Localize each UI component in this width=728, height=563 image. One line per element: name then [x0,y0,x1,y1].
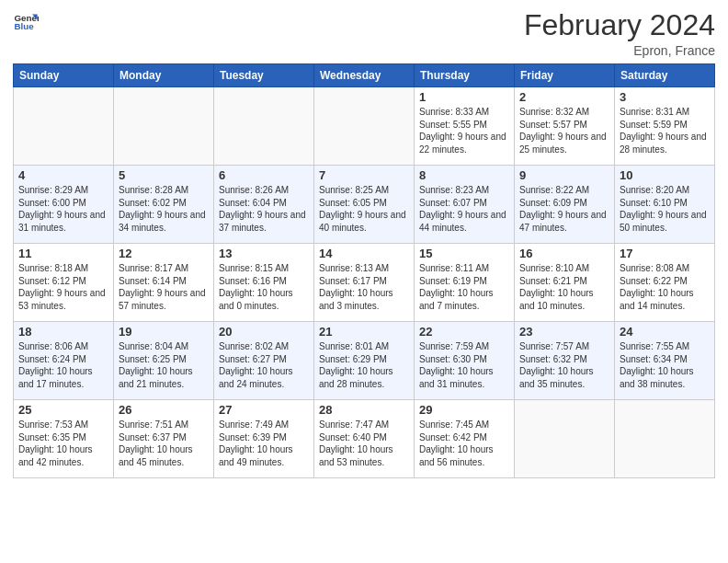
day-number: 18 [18,325,108,339]
day-info: Sunrise: 8:11 AM Sunset: 6:19 PM Dayligh… [419,262,509,312]
day-info: Sunrise: 7:57 AM Sunset: 6:32 PM Dayligh… [519,340,609,390]
day-info: Sunrise: 8:02 AM Sunset: 6:27 PM Dayligh… [219,340,309,390]
day-info: Sunrise: 8:23 AM Sunset: 6:07 PM Dayligh… [419,184,509,234]
day-header-friday: Friday [515,64,615,87]
day-info: Sunrise: 8:31 AM Sunset: 5:59 PM Dayligh… [620,106,710,155]
day-number: 8 [419,168,509,182]
day-info: Sunrise: 8:06 AM Sunset: 6:24 PM Dayligh… [18,340,108,390]
calendar-day-cell: 11Sunrise: 8:18 AM Sunset: 6:12 PM Dayli… [14,244,114,322]
day-number: 9 [519,168,609,182]
calendar-day-cell [114,87,214,166]
day-number: 24 [620,325,710,339]
day-header-thursday: Thursday [415,64,515,87]
day-number: 20 [219,325,309,339]
day-number: 2 [519,90,609,104]
calendar-week-row: 25Sunrise: 7:53 AM Sunset: 6:35 PM Dayli… [14,400,715,478]
calendar-day-cell: 18Sunrise: 8:06 AM Sunset: 6:24 PM Dayli… [14,322,114,400]
calendar-day-cell: 4Sunrise: 8:29 AM Sunset: 6:00 PM Daylig… [14,166,114,244]
calendar-day-cell: 16Sunrise: 8:10 AM Sunset: 6:21 PM Dayli… [515,244,615,322]
calendar-table: SundayMondayTuesdayWednesdayThursdayFrid… [13,63,715,478]
day-number: 15 [419,247,509,260]
calendar-day-cell: 6Sunrise: 8:26 AM Sunset: 6:04 PM Daylig… [214,166,314,244]
calendar-week-row: 4Sunrise: 8:29 AM Sunset: 6:00 PM Daylig… [14,166,715,244]
day-header-saturday: Saturday [615,64,715,87]
calendar-week-row: 11Sunrise: 8:18 AM Sunset: 6:12 PM Dayli… [14,244,715,322]
logo-icon: General Blue [13,9,39,35]
calendar-day-cell: 22Sunrise: 7:59 AM Sunset: 6:30 PM Dayli… [415,322,515,400]
calendar-day-cell: 25Sunrise: 7:53 AM Sunset: 6:35 PM Dayli… [14,400,114,478]
calendar-day-cell: 1Sunrise: 8:33 AM Sunset: 5:55 PM Daylig… [415,87,515,166]
calendar-day-cell: 29Sunrise: 7:45 AM Sunset: 6:42 PM Dayli… [415,400,515,478]
calendar-day-cell: 12Sunrise: 8:17 AM Sunset: 6:14 PM Dayli… [114,244,214,322]
day-info: Sunrise: 7:51 AM Sunset: 6:37 PM Dayligh… [119,419,209,468]
day-info: Sunrise: 8:18 AM Sunset: 6:12 PM Dayligh… [18,262,108,312]
day-info: Sunrise: 8:28 AM Sunset: 6:02 PM Dayligh… [119,184,209,234]
day-header-sunday: Sunday [14,64,114,87]
logo: General Blue [13,9,39,35]
day-info: Sunrise: 8:20 AM Sunset: 6:10 PM Dayligh… [620,184,710,234]
calendar-day-cell [14,87,114,166]
day-number: 4 [18,168,108,182]
calendar-page: General Blue February 2024 Epron, France… [0,0,728,563]
calendar-day-cell: 7Sunrise: 8:25 AM Sunset: 6:05 PM Daylig… [314,166,415,244]
calendar-day-cell: 3Sunrise: 8:31 AM Sunset: 5:59 PM Daylig… [615,87,715,166]
title-block: February 2024 Epron, France [524,9,715,58]
main-title: February 2024 [524,9,715,41]
day-number: 11 [18,247,108,260]
calendar-day-cell: 23Sunrise: 7:57 AM Sunset: 6:32 PM Dayli… [515,322,615,400]
calendar-day-cell [214,87,314,166]
day-number: 29 [419,403,509,417]
calendar-day-cell: 2Sunrise: 8:32 AM Sunset: 5:57 PM Daylig… [515,87,615,166]
calendar-week-row: 18Sunrise: 8:06 AM Sunset: 6:24 PM Dayli… [14,322,715,400]
calendar-day-cell: 10Sunrise: 8:20 AM Sunset: 6:10 PM Dayli… [615,166,715,244]
day-info: Sunrise: 8:17 AM Sunset: 6:14 PM Dayligh… [119,262,209,312]
calendar-day-cell: 27Sunrise: 7:49 AM Sunset: 6:39 PM Dayli… [214,400,314,478]
calendar-header-row: SundayMondayTuesdayWednesdayThursdayFrid… [14,64,715,87]
day-number: 27 [219,403,309,417]
day-info: Sunrise: 7:55 AM Sunset: 6:34 PM Dayligh… [620,340,710,390]
day-number: 21 [319,325,409,339]
calendar-day-cell: 17Sunrise: 8:08 AM Sunset: 6:22 PM Dayli… [615,244,715,322]
day-header-tuesday: Tuesday [214,64,314,87]
day-info: Sunrise: 7:47 AM Sunset: 6:40 PM Dayligh… [319,419,409,468]
day-number: 10 [620,168,710,182]
day-number: 12 [119,247,209,260]
day-info: Sunrise: 8:22 AM Sunset: 6:09 PM Dayligh… [519,184,609,234]
day-number: 23 [519,325,609,339]
day-info: Sunrise: 8:04 AM Sunset: 6:25 PM Dayligh… [119,340,209,390]
day-header-monday: Monday [114,64,214,87]
day-number: 5 [119,168,209,182]
day-number: 13 [219,247,309,260]
calendar-day-cell: 15Sunrise: 8:11 AM Sunset: 6:19 PM Dayli… [415,244,515,322]
calendar-day-cell: 8Sunrise: 8:23 AM Sunset: 6:07 PM Daylig… [415,166,515,244]
day-number: 16 [519,247,609,260]
day-info: Sunrise: 8:26 AM Sunset: 6:04 PM Dayligh… [219,184,309,234]
day-number: 19 [119,325,209,339]
day-number: 17 [620,247,710,260]
day-info: Sunrise: 7:53 AM Sunset: 6:35 PM Dayligh… [18,419,108,468]
calendar-day-cell [615,400,715,478]
calendar-day-cell [515,400,615,478]
day-info: Sunrise: 8:08 AM Sunset: 6:22 PM Dayligh… [620,262,710,312]
day-info: Sunrise: 8:15 AM Sunset: 6:16 PM Dayligh… [219,262,309,312]
day-info: Sunrise: 8:13 AM Sunset: 6:17 PM Dayligh… [319,262,409,312]
subtitle: Epron, France [524,43,715,58]
calendar-day-cell: 5Sunrise: 8:28 AM Sunset: 6:02 PM Daylig… [114,166,214,244]
day-number: 7 [319,168,409,182]
svg-text:Blue: Blue [14,21,34,31]
day-header-wednesday: Wednesday [314,64,415,87]
day-number: 14 [319,247,409,260]
day-info: Sunrise: 8:10 AM Sunset: 6:21 PM Dayligh… [519,262,609,312]
day-info: Sunrise: 8:25 AM Sunset: 6:05 PM Dayligh… [319,184,409,234]
day-info: Sunrise: 8:29 AM Sunset: 6:00 PM Dayligh… [18,184,108,234]
day-info: Sunrise: 7:45 AM Sunset: 6:42 PM Dayligh… [419,419,509,468]
day-number: 6 [219,168,309,182]
day-number: 25 [18,403,108,417]
calendar-day-cell: 9Sunrise: 8:22 AM Sunset: 6:09 PM Daylig… [515,166,615,244]
calendar-day-cell [314,87,415,166]
day-info: Sunrise: 7:49 AM Sunset: 6:39 PM Dayligh… [219,419,309,468]
calendar-day-cell: 14Sunrise: 8:13 AM Sunset: 6:17 PM Dayli… [314,244,415,322]
calendar-day-cell: 13Sunrise: 8:15 AM Sunset: 6:16 PM Dayli… [214,244,314,322]
day-number: 3 [620,90,710,104]
page-header: General Blue February 2024 Epron, France [13,9,715,58]
